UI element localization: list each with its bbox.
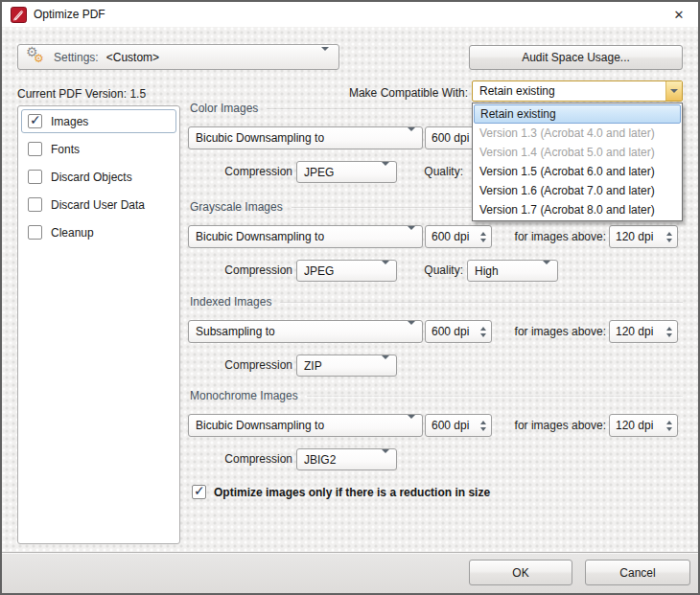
pdf-pen-icon — [11, 7, 27, 23]
chevron-down-icon[interactable] — [665, 81, 682, 101]
sidebar-item-label: Discard Objects — [51, 171, 132, 184]
dropdown-option: Version 1.3 (Acrobat 4.0 and later) — [474, 124, 681, 143]
chevron-down-icon — [402, 131, 415, 145]
downsampling-method-combobox[interactable]: Bicubic Downsampling to — [188, 414, 423, 437]
sidebar-item[interactable]: Cleanup — [21, 220, 176, 244]
settings-preset-combobox[interactable]: ⚙⚙ Settings: <Custom> — [17, 44, 339, 70]
image-section: Monochrome Images Bicubic Downsampling t… — [188, 389, 683, 481]
optimization-list: Images Fonts Discard Objects Discard Use… — [17, 105, 180, 544]
settings-value: <Custom> — [106, 51, 159, 64]
title-bar: Optimize PDF ✕ — [2, 2, 698, 27]
checkbox[interactable] — [28, 225, 42, 240]
sidebar-item[interactable]: Discard Objects — [21, 165, 176, 189]
current-pdf-version-label: Current PDF Version: 1.5 — [17, 87, 146, 101]
chevron-down-icon — [402, 419, 415, 432]
dropdown-option[interactable]: Version 1.5 (Acrobat 6.0 and later) — [474, 162, 681, 181]
settings-label: Settings: — [54, 51, 99, 64]
chevron-down-icon — [402, 325, 415, 338]
make-compatible-with-combobox[interactable]: Retain existing — [472, 80, 683, 102]
sidebar-item[interactable]: Images — [21, 109, 176, 133]
threshold-dpi-spinner[interactable]: 120 dpi — [609, 320, 678, 343]
sidebar-item-label: Fonts — [51, 143, 80, 156]
chevron-down-icon — [376, 166, 389, 179]
compression-label: Compression — [188, 165, 292, 178]
sidebar-item-label: Cleanup — [51, 226, 94, 240]
image-section: Indexed Images Subsampling to 600 dpi fo… — [188, 295, 683, 387]
compression-label: Compression — [188, 452, 292, 466]
dropdown-option[interactable]: Retain existing — [474, 104, 681, 124]
section-title: Monochrome Images — [190, 389, 683, 402]
dropdown-option[interactable]: Version 1.7 (Acrobat 8.0 and later) — [474, 200, 681, 219]
for-images-above-label: for images above: — [481, 325, 606, 338]
sidebar-item-label: Images — [51, 115, 88, 128]
checkbox[interactable] — [28, 170, 42, 184]
close-icon[interactable]: ✕ — [670, 6, 688, 23]
up-down-arrows-icon[interactable] — [662, 421, 672, 431]
up-down-arrows-icon[interactable] — [662, 232, 672, 242]
optimize-only-if-smaller-label: Optimize images only if there is a reduc… — [214, 486, 490, 499]
checkbox[interactable] — [28, 114, 42, 128]
chevron-down-icon — [376, 359, 389, 373]
audit-space-usage-label: Audit Space Usage... — [522, 51, 630, 64]
chevron-down-icon — [376, 264, 389, 278]
make-compatible-with-label: Make Compatible With: — [307, 86, 468, 100]
ok-label: OK — [512, 566, 528, 580]
for-images-above-label: for images above: — [481, 419, 606, 432]
for-images-above-label: for images above: — [481, 230, 606, 243]
optimize-pdf-dialog: Optimize PDF ✕ ⚙⚙ Settings: <Custom> Aud… — [0, 0, 700, 595]
compat-dropdown-list: Retain existingVersion 1.3 (Acrobat 4.0 … — [472, 103, 683, 221]
checkbox[interactable] — [28, 142, 42, 156]
quality-combobox[interactable]: High — [467, 260, 558, 282]
downsampling-method-combobox[interactable]: Subsampling to — [188, 320, 423, 343]
window-title: Optimize PDF — [34, 8, 105, 21]
chevron-down-icon — [376, 453, 389, 467]
chevron-down-icon — [321, 51, 329, 64]
checkbox[interactable] — [192, 485, 206, 499]
sidebar-item[interactable]: Fonts — [21, 137, 176, 161]
compression-combobox[interactable]: JBIG2 — [296, 448, 397, 470]
compression-combobox[interactable]: JPEG — [296, 260, 397, 282]
threshold-dpi-spinner[interactable]: 120 dpi — [609, 225, 678, 248]
chevron-down-icon — [537, 264, 550, 278]
cancel-button[interactable]: Cancel — [585, 560, 690, 585]
audit-space-usage-button[interactable]: Audit Space Usage... — [469, 45, 683, 70]
quality-label: Quality: — [389, 263, 463, 277]
compression-label: Compression — [188, 358, 292, 372]
section-title: Indexed Images — [190, 295, 683, 309]
compression-combobox[interactable]: ZIP — [296, 355, 397, 377]
gears-icon: ⚙⚙ — [26, 47, 46, 67]
downsampling-method-combobox[interactable]: Bicubic Downsampling to — [188, 225, 423, 248]
downsampling-method-combobox[interactable]: Bicubic Downsampling to — [188, 126, 423, 149]
chevron-down-icon — [402, 230, 415, 243]
sidebar-item[interactable]: Discard User Data — [21, 193, 176, 217]
optimize-only-if-smaller-checkbox[interactable]: Optimize images only if there is a reduc… — [192, 485, 490, 499]
compression-combobox[interactable]: JPEG — [296, 161, 397, 183]
dropdown-option[interactable]: Version 1.6 (Acrobat 7.0 and later) — [474, 181, 681, 200]
cancel-label: Cancel — [619, 566, 655, 580]
compat-selected-value: Retain existing — [479, 84, 555, 98]
quality-label: Quality: — [389, 165, 463, 178]
threshold-dpi-spinner[interactable]: 120 dpi — [609, 414, 678, 437]
up-down-arrows-icon[interactable] — [662, 327, 672, 337]
compression-label: Compression — [188, 263, 292, 277]
dropdown-option: Version 1.4 (Acrobat 5.0 and later) — [474, 143, 681, 162]
checkbox[interactable] — [28, 197, 42, 212]
ok-button[interactable]: OK — [469, 560, 572, 585]
sidebar-item-label: Discard User Data — [51, 198, 145, 212]
